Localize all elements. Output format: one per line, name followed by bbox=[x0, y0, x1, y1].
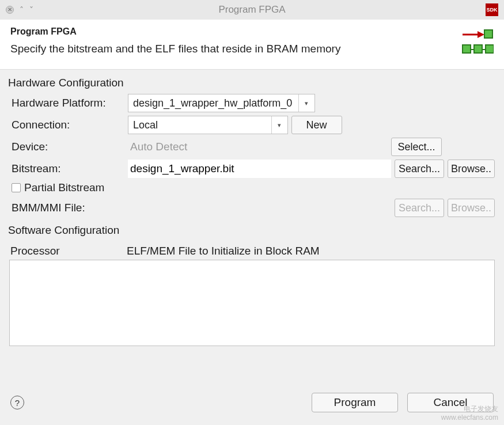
chevron-down-icon[interactable]: ˅ bbox=[29, 6, 33, 14]
chevron-down-icon: ▾ bbox=[298, 94, 314, 112]
bitstream-label: Bitstream: bbox=[9, 162, 124, 175]
svg-rect-6 bbox=[486, 45, 494, 53]
titlebar: ✕ ˄ ˅ Program FPGA SDK bbox=[0, 0, 504, 20]
partial-bitstream-row[interactable]: Partial Bitstream bbox=[12, 181, 495, 194]
connection-select[interactable]: Local ▾ bbox=[128, 116, 288, 134]
partial-bitstream-checkbox[interactable] bbox=[12, 183, 21, 192]
col-processor: Processor bbox=[10, 245, 127, 257]
software-section-title: Software Configuration bbox=[8, 224, 495, 237]
header-title: Program FPGA bbox=[10, 26, 456, 37]
bitstream-browse-button[interactable]: Browse.. bbox=[448, 160, 495, 178]
svg-marker-1 bbox=[478, 31, 484, 38]
svg-rect-4 bbox=[463, 45, 471, 53]
help-icon[interactable]: ? bbox=[10, 396, 24, 409]
dialog-header: Program FPGA Specify the bitstream and t… bbox=[0, 20, 504, 70]
window-title: Program FPGA bbox=[0, 4, 504, 16]
close-icon[interactable]: ✕ bbox=[6, 6, 14, 14]
hardware-platform-select[interactable]: design_1_wrapper_hw_platform_0 ▾ bbox=[128, 94, 315, 112]
col-elf: ELF/MEM File to Initialize in Block RAM bbox=[127, 245, 320, 257]
new-connection-button[interactable]: New bbox=[291, 116, 342, 134]
hardware-platform-value: design_1_wrapper_hw_platform_0 bbox=[133, 97, 292, 109]
svg-rect-2 bbox=[484, 30, 492, 38]
partial-bitstream-label: Partial Bitstream bbox=[24, 181, 104, 194]
bmm-browse-button: Browse.. bbox=[448, 199, 495, 217]
chevron-down-icon: ▾ bbox=[271, 116, 287, 134]
bitstream-search-button[interactable]: Search... bbox=[395, 160, 444, 178]
software-columns: Processor ELF/MEM File to Initialize in … bbox=[10, 245, 494, 257]
dialog-footer: ? Program Cancel bbox=[0, 385, 504, 425]
select-device-button[interactable]: Select... bbox=[391, 138, 442, 156]
window-controls: ✕ ˄ ˅ bbox=[6, 6, 33, 14]
bitstream-input[interactable] bbox=[128, 160, 391, 178]
cancel-button[interactable]: Cancel bbox=[407, 393, 494, 412]
connection-value: Local bbox=[133, 119, 158, 131]
sdk-badge: SDK bbox=[486, 3, 498, 16]
device-value: Auto Detect bbox=[128, 138, 388, 156]
hardware-platform-label: Hardware Platform: bbox=[9, 97, 124, 109]
connection-label: Connection: bbox=[9, 119, 124, 131]
svg-rect-5 bbox=[474, 45, 482, 53]
fpga-program-icon bbox=[461, 26, 494, 59]
hardware-section-title: Hardware Configuration bbox=[8, 77, 495, 89]
header-description: Specify the bitstream and the ELF files … bbox=[10, 43, 456, 55]
software-listbox[interactable] bbox=[9, 260, 495, 346]
device-label: Device: bbox=[9, 141, 124, 153]
header-text: Program FPGA Specify the bitstream and t… bbox=[10, 26, 456, 55]
hardware-form: Hardware Platform: design_1_wrapper_hw_p… bbox=[0, 94, 504, 221]
bmm-search-button: Search... bbox=[395, 199, 444, 217]
program-button[interactable]: Program bbox=[312, 393, 398, 412]
bmm-label: BMM/MMI File: bbox=[9, 202, 124, 214]
bmm-input[interactable] bbox=[128, 199, 391, 217]
chevron-up-icon[interactable]: ˄ bbox=[20, 6, 24, 14]
